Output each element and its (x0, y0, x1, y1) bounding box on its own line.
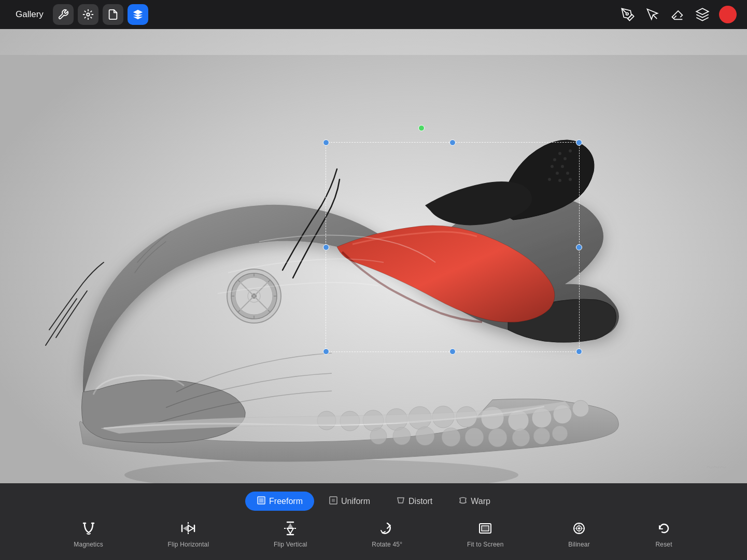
flip-horizontal-action[interactable]: Flip Horizontal (168, 519, 209, 548)
svg-point-19 (512, 429, 530, 446)
bilinear-label: Bilinear (568, 541, 590, 548)
svg-rect-61 (482, 526, 489, 531)
svg-point-34 (548, 178, 551, 181)
flip-horizontal-label: Flip Horizontal (168, 541, 209, 548)
transform-actions: Magnetics Flip Horizontal (0, 513, 747, 553)
svg-rect-53 (259, 498, 263, 502)
svg-point-1 (626, 13, 629, 16)
tab-warp[interactable]: Warp (447, 492, 502, 511)
svg-point-28 (553, 158, 556, 161)
reset-icon (655, 519, 673, 538)
reset-label: Reset (655, 541, 672, 548)
distort-icon (396, 496, 405, 507)
toolbar-left: Gallery (10, 4, 148, 25)
svg-point-30 (551, 165, 554, 168)
flip-vertical-action[interactable]: Flip Vertical (274, 519, 307, 548)
reset-action[interactable]: Reset (655, 519, 673, 548)
rotate-45-action[interactable]: Rotate 45° (372, 519, 402, 548)
svg-point-29 (569, 149, 572, 152)
eraser-tool-icon[interactable] (669, 6, 686, 23)
flip-vertical-icon (281, 519, 300, 538)
svg-point-27 (563, 157, 567, 160)
wrench-button[interactable] (53, 4, 74, 25)
svg-point-24 (393, 427, 411, 445)
svg-point-17 (552, 426, 568, 441)
tab-distort[interactable]: Distort (385, 492, 444, 511)
rotate-45-label: Rotate 45° (372, 541, 402, 548)
pen-tool-icon[interactable] (619, 6, 636, 23)
tab-uniform[interactable]: Uniform (317, 492, 382, 511)
flip-horizontal-icon (179, 519, 198, 538)
bottom-toolbar: Freeform Uniform Distort (0, 483, 747, 560)
svg-point-31 (561, 165, 564, 168)
svg-point-33 (566, 172, 569, 175)
uniform-icon (329, 496, 338, 507)
svg-point-36 (569, 178, 572, 181)
freeform-icon (257, 496, 266, 507)
canvas-area[interactable]: ~~~ (0, 29, 747, 560)
warp-icon (458, 496, 468, 507)
svg-point-23 (416, 427, 434, 445)
magnetics-label: Magnetics (74, 541, 103, 548)
svg-point-22 (442, 428, 460, 446)
transform-button[interactable] (128, 4, 148, 25)
svg-point-20 (488, 428, 507, 447)
magnetics-icon (79, 519, 98, 538)
flip-vertical-label: Flip Vertical (274, 541, 307, 548)
magnetics-action[interactable]: Magnetics (74, 519, 103, 548)
artist-signature: ~~~ (706, 460, 726, 474)
rotate-45-icon (378, 519, 397, 538)
fit-to-screen-icon (476, 519, 495, 538)
transform-mode-tabs: Freeform Uniform Distort (245, 492, 502, 511)
tab-freeform[interactable]: Freeform (245, 492, 314, 511)
fit-to-screen-label: Fit to Screen (467, 541, 504, 548)
color-picker[interactable] (719, 6, 737, 23)
fit-to-screen-action[interactable]: Fit to Screen (467, 519, 504, 548)
layers-icon[interactable] (694, 6, 711, 23)
svg-point-0 (87, 13, 90, 16)
adjustments-button[interactable] (78, 4, 98, 25)
svg-point-18 (533, 428, 550, 444)
svg-point-32 (556, 172, 559, 175)
svg-point-35 (558, 179, 561, 182)
svg-point-21 (465, 428, 484, 446)
ink-tool-icon[interactable] (644, 6, 661, 23)
svg-point-9 (572, 400, 589, 417)
smudge-button[interactable] (103, 4, 123, 25)
svg-point-25 (370, 428, 387, 444)
toolbar-right (619, 6, 737, 23)
top-toolbar: Gallery (0, 0, 747, 29)
gallery-button[interactable]: Gallery (10, 6, 49, 23)
shoe-illustration (0, 29, 747, 560)
svg-point-26 (558, 152, 561, 155)
svg-marker-2 (696, 8, 708, 15)
bilinear-action[interactable]: Bilinear (568, 519, 590, 548)
bilinear-icon (570, 519, 588, 538)
